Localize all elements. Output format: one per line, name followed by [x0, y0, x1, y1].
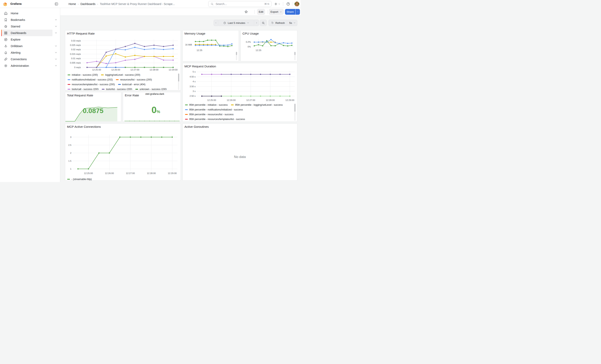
memory-usage-chart[interactable]: 16 MiB12:25	[184, 37, 237, 52]
legend-scrollbar[interactable]	[236, 52, 237, 60]
legend-item[interactable]: tools/list - success (200)	[102, 88, 132, 90]
panel-title[interactable]: MCP Active Connections	[67, 125, 101, 128]
legend-swatch	[231, 105, 234, 105]
svg-text:12:29:00: 12:29:00	[169, 69, 178, 71]
sidebar-item-connections[interactable]: Connections	[1, 56, 59, 62]
legend-item[interactable]: 95th percentile - resources/templates/li…	[185, 118, 245, 121]
refresh-button[interactable]: Refresh	[269, 20, 287, 26]
breadcrumb-item[interactable]: Home	[69, 2, 76, 6]
sidebar-item-home[interactable]: Home	[1, 10, 59, 17]
panel-title[interactable]: Total Request Rate	[67, 94, 93, 97]
time-forward-button[interactable]	[254, 20, 259, 26]
gear-icon	[4, 64, 8, 68]
legend-scrollbar[interactable]	[178, 74, 179, 90]
legend-item[interactable]: 95th percentile - initialize - success	[185, 103, 228, 107]
sidebar-item-starred[interactable]: Starred	[1, 23, 59, 30]
datasource-overlay-label: otel-grafana-dark	[145, 93, 164, 95]
chevron-down-icon[interactable]	[54, 25, 58, 28]
panel-title[interactable]: HTTP Request Rate	[67, 32, 95, 35]
duration-legend: 95th percentile - initialize - success95…	[185, 103, 292, 121]
legend-item[interactable]: tools/call - success (200)	[68, 88, 99, 90]
legend-swatch	[102, 89, 105, 90]
panel-title[interactable]: MCP Request Duration	[184, 65, 216, 68]
panel-title[interactable]: Active Goroutines	[184, 125, 209, 128]
sidebar-item-label: Alerting	[11, 51, 20, 54]
avatar[interactable]	[295, 2, 299, 6]
time-range-picker[interactable]: Last 5 minutes	[219, 20, 254, 26]
legend-label: 95th percentile - initialize - success	[189, 104, 228, 106]
legend-swatch	[67, 179, 70, 180]
chevron-down-icon[interactable]	[54, 18, 58, 21]
legend-label: 95th percentile - notifications/initiali…	[189, 108, 243, 111]
chevron-down-icon[interactable]	[54, 51, 58, 54]
refresh-interval-dropdown[interactable]: 5s	[288, 20, 297, 26]
share-button[interactable]: Share	[285, 9, 295, 15]
help-icon[interactable]	[286, 2, 290, 6]
edit-button[interactable]: Edit	[257, 9, 265, 15]
sidebar-item-explore[interactable]: Explore	[1, 36, 59, 43]
chevron-down-icon[interactable]	[54, 64, 58, 67]
sidebar: HomeBookmarksStarredDashboardsExploreDri…	[0, 8, 60, 182]
sidebar-item-bookmarks[interactable]: Bookmarks	[1, 17, 59, 23]
search-box[interactable]: ⌘+k	[208, 1, 271, 7]
topnav-divider	[283, 2, 283, 6]
legend-label: resources/templates/list - success (200)	[72, 83, 115, 86]
share-dropdown-chevron-icon[interactable]	[296, 9, 300, 15]
grafana-logo-icon[interactable]	[3, 1, 8, 7]
legend-label: logging/setLevel - success (200)	[105, 74, 140, 76]
export-button[interactable]: Export	[269, 9, 284, 15]
panel-title[interactable]: CPU Usage	[242, 32, 259, 35]
panel-title[interactable]: Memory Usage	[184, 32, 205, 35]
panel-title[interactable]: Error Rate	[125, 94, 139, 97]
legend-swatch	[68, 79, 70, 80]
svg-text:12:28:00: 12:28:00	[150, 69, 158, 71]
chevron-down-icon[interactable]	[54, 45, 58, 48]
legend-scrollbar[interactable]	[294, 104, 296, 121]
legend-label: 95th percentile - logging/setLevel - suc…	[235, 104, 283, 106]
sidebar-item-label: Administration	[11, 64, 29, 67]
http-request-rate-chart[interactable]: 0 req/s0.005 req/s0.01 req/s0.015 req/s0…	[67, 38, 180, 72]
zoom-out-button[interactable]	[260, 20, 267, 26]
legend-item[interactable]: resources/templates/list - success (200)	[68, 83, 115, 86]
legend-item[interactable]: - (streamable-http)	[67, 178, 92, 181]
time-back-button[interactable]	[214, 20, 218, 26]
sidebar-item-administration[interactable]: Administration	[1, 62, 59, 69]
total-request-rate-value: 0.0875	[65, 107, 121, 115]
chevron-down-icon[interactable]	[54, 58, 58, 61]
legend-swatch	[185, 119, 188, 120]
add-icon[interactable]	[274, 2, 278, 6]
breadcrumb-item[interactable]: Dashboards	[80, 2, 96, 6]
brand-title: Grafana	[10, 2, 22, 5]
legend-scrollbar[interactable]	[294, 52, 296, 60]
mcp-active-connections-chart[interactable]: 32.521.5112:25:0012:26:0012:27:0012:28:0…	[67, 130, 180, 177]
legend-item[interactable]: initialize - success (200)	[68, 73, 98, 77]
svg-text:0.03 req/s: 0.03 req/s	[71, 39, 81, 42]
error-rate-sparkline[interactable]	[125, 119, 180, 121]
dock-sidebar-icon[interactable]	[54, 2, 59, 6]
mcp-request-duration-chart[interactable]: 5 s4.50 s4 s3.50 s3 s2.50 s12:25:0012:26…	[184, 69, 296, 103]
legend-item[interactable]: tools/call - error (404)	[118, 83, 145, 86]
legend-item[interactable]: 95th percentile - notifications/initiali…	[185, 108, 243, 111]
favorite-star-icon[interactable]	[244, 10, 248, 14]
add-chevron-icon[interactable]	[278, 2, 281, 6]
search-shortcut: ⌘+k	[264, 3, 269, 5]
sidebar-item-label: Explore	[11, 38, 20, 41]
legend-item[interactable]: unknown - success (200)	[135, 88, 167, 90]
svg-text:0.005 req/s: 0.005 req/s	[70, 62, 81, 64]
cpu-usage-chart[interactable]: 0.2%0%12:25	[242, 37, 296, 52]
chevron-down-icon[interactable]	[54, 31, 58, 35]
sidebar-item-dashboards[interactable]: Dashboards	[1, 30, 59, 36]
legend-swatch	[135, 89, 138, 90]
svg-text:2.50 s: 2.50 s	[190, 95, 196, 97]
legend-item[interactable]: 95th percentile - logging/setLevel - suc…	[231, 103, 283, 107]
panel-cpu-usage: CPU Usage 0.2%0%12:25 fetch-telemetry-0	[240, 30, 297, 61]
legend-item[interactable]: logging/setLevel - success (200)	[101, 73, 140, 77]
svg-text:0%: 0%	[248, 46, 251, 48]
legend-item[interactable]: notifications/initialized - success (202…	[68, 78, 113, 81]
sidebar-item-drilldown[interactable]: Drilldown	[1, 43, 59, 49]
bell-icon	[4, 51, 8, 55]
legend-item[interactable]: resources/list - success (200)	[116, 78, 152, 81]
sidebar-item-alerting[interactable]: Alerting	[1, 49, 59, 56]
search-input[interactable]	[215, 2, 264, 6]
legend-item[interactable]: 95th percentile - resources/list - succe…	[185, 113, 233, 116]
